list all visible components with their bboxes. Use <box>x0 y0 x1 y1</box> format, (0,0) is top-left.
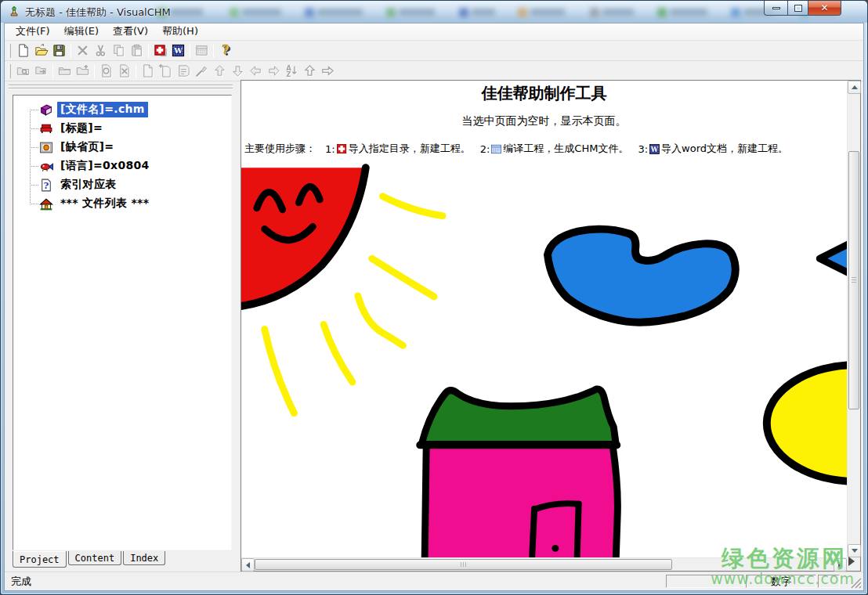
scroll-right-button[interactable] <box>834 558 847 572</box>
fish-icon <box>38 159 54 174</box>
scroll-down-button[interactable] <box>848 544 861 557</box>
add-page-icon <box>158 63 173 78</box>
import-directory-button[interactable] <box>151 42 169 60</box>
title-bar: 无标题 - 佳佳帮助 - VisualCHM ✕ <box>1 1 867 23</box>
move-right-button[interactable] <box>265 63 283 80</box>
view-folders-icon <box>16 63 31 78</box>
tree-item-label: [缺省页]= <box>57 139 117 155</box>
page-properties-icon <box>176 63 191 78</box>
tree-item-filename[interactable]: [文件名]=.chm <box>38 100 148 119</box>
hollow-up-arrow-button[interactable] <box>301 63 319 80</box>
view-folders-button[interactable] <box>14 63 32 80</box>
right-arrow-icon <box>838 562 842 568</box>
tree-item-label: *** 文件列表 *** <box>57 196 152 211</box>
add-folder-icon <box>75 63 90 78</box>
standard-toolbar: W ?? <box>5 41 863 61</box>
tab-content[interactable]: Content <box>68 551 122 565</box>
tree-item-index-map[interactable]: ? 索引对应表 <box>38 175 120 194</box>
down-arrow-icon <box>852 549 858 553</box>
cut-icon <box>93 43 108 58</box>
sort-az-button[interactable]: AZ <box>283 63 301 80</box>
paste-button[interactable] <box>128 42 146 60</box>
maximize-button[interactable] <box>787 1 808 16</box>
minimize-button[interactable] <box>764 1 788 16</box>
copy-button[interactable] <box>110 42 128 60</box>
vertical-scrollbar[interactable] <box>847 81 860 557</box>
toolbar-separator <box>190 44 190 58</box>
style-brush-button[interactable] <box>193 63 211 80</box>
svg-text:?: ? <box>43 180 49 191</box>
horizontal-scroll-thumb[interactable] <box>255 559 672 570</box>
minimize-icon <box>772 7 780 9</box>
menu-bar: 文件(F) 编辑(E) 查看(V) 帮助(H) <box>5 23 863 41</box>
status-message: 完成 <box>11 575 31 589</box>
horizontal-scrollbar[interactable] <box>241 557 847 571</box>
picture-icon <box>38 140 54 155</box>
tree-item-language[interactable]: [语言]=0x0804 <box>38 157 153 175</box>
panel-splitter-handle[interactable] <box>9 88 233 89</box>
toolbar-separator <box>136 64 136 78</box>
toolbar-separator <box>213 44 214 58</box>
toolbar-grip[interactable] <box>9 44 11 58</box>
compile-button[interactable] <box>193 42 211 60</box>
move-up-button[interactable] <box>211 63 229 80</box>
save-button[interactable] <box>50 42 68 60</box>
status-cell <box>818 575 840 588</box>
tree-item-label: [文件名]=.chm <box>57 102 148 117</box>
toolbar-separator <box>148 44 149 58</box>
page-properties-button[interactable] <box>175 63 193 80</box>
style-brush-icon <box>194 63 209 78</box>
child-drawing <box>241 81 847 557</box>
word-import-button[interactable]: W <box>169 42 187 60</box>
export-folder-button[interactable] <box>32 63 50 80</box>
taskbar-blur <box>657 6 707 18</box>
status-cell-num: 数字 <box>746 575 816 588</box>
tab-project[interactable]: Project <box>13 551 67 568</box>
menu-file[interactable]: 文件(F) <box>9 23 57 41</box>
panel-splitter-handle[interactable] <box>9 85 233 86</box>
delete-icon <box>75 43 90 58</box>
menu-help[interactable]: 帮助(H) <box>155 23 205 41</box>
move-left-button[interactable] <box>247 63 265 80</box>
scroll-up-button[interactable] <box>848 81 861 94</box>
scroll-left-button[interactable] <box>241 558 255 572</box>
taskbar-blur <box>459 6 495 18</box>
new-page-button[interactable] <box>139 63 157 80</box>
delete-button[interactable] <box>74 42 92 60</box>
cut-button[interactable] <box>92 42 110 60</box>
tree-item-file-list[interactable]: *** 文件列表 *** <box>38 194 152 213</box>
move-down-button[interactable] <box>229 63 247 80</box>
blue-fragment <box>819 240 847 277</box>
new-button[interactable] <box>14 42 32 60</box>
close-button[interactable]: ✕ <box>808 1 841 16</box>
house-body <box>425 446 617 557</box>
remove-page-button[interactable] <box>97 63 115 80</box>
sort-az-icon: AZ <box>284 63 299 78</box>
tree-item-default-page[interactable]: [缺省页]= <box>38 138 117 157</box>
toolbar-grip[interactable] <box>9 64 11 78</box>
add-folder-button[interactable] <box>74 63 92 80</box>
help-button[interactable]: ?? <box>216 42 234 60</box>
hollow-right-arrow-button[interactable] <box>319 63 337 80</box>
hollow-right-arrow-icon <box>320 63 335 78</box>
help-icon: ?? <box>218 43 233 58</box>
new-file-icon <box>16 43 31 58</box>
menu-view[interactable]: 查看(V) <box>106 23 155 41</box>
menu-edit[interactable]: 编辑(E) <box>57 23 106 41</box>
question-page-icon: ? <box>38 178 54 193</box>
tree-item-title[interactable]: [标题]= <box>38 119 106 138</box>
move-up-icon <box>212 63 227 78</box>
resize-grip[interactable] <box>851 578 862 589</box>
vertical-scroll-thumb[interactable] <box>848 151 859 409</box>
word-import-icon: W <box>171 43 186 58</box>
tree-item-label: 索引对应表 <box>57 177 120 193</box>
add-page-button[interactable] <box>157 63 175 80</box>
project-panel: [文件名]=.chm [标题]= [缺省页]= [语言]=0x0804 <box>6 81 235 572</box>
delete-page-button[interactable] <box>115 63 133 80</box>
closed-folder-button[interactable] <box>56 63 74 80</box>
remove-page-icon <box>99 63 114 78</box>
maximize-icon <box>794 5 802 12</box>
move-left-icon <box>248 63 263 78</box>
tab-index[interactable]: Index <box>123 551 165 565</box>
open-button[interactable] <box>32 42 50 60</box>
